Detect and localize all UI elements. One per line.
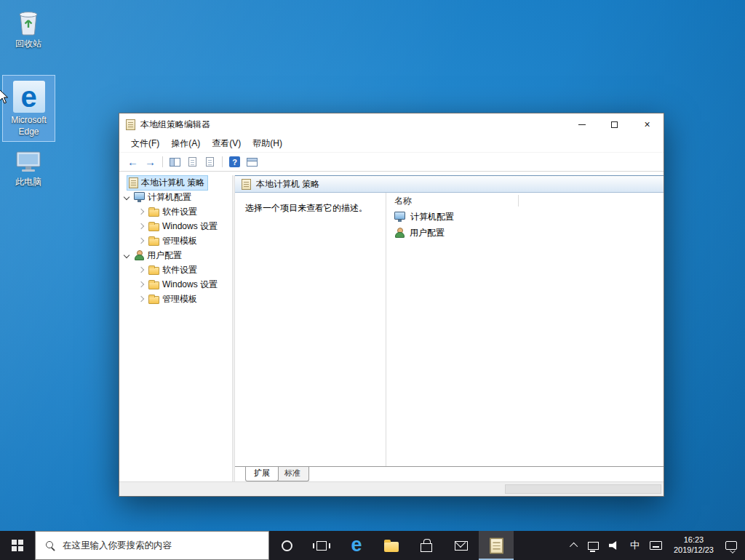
- view-button[interactable]: [244, 154, 260, 169]
- clock[interactable]: 16:23 2019/12/23: [667, 531, 720, 560]
- cortana-button[interactable]: [269, 531, 304, 560]
- close-button[interactable]: ×: [631, 113, 664, 135]
- volume-tray-button[interactable]: [604, 531, 625, 560]
- tree-item-local-computer-policy[interactable]: 本地计算机 策略: [119, 175, 232, 190]
- toolbar-separator: [222, 156, 223, 167]
- tab-standard[interactable]: 标准: [276, 467, 309, 481]
- tree-item-label: 管理模板: [162, 293, 197, 305]
- tree-item-user-windows-settings[interactable]: Windows 设置: [119, 277, 232, 292]
- volume-icon: [609, 541, 620, 551]
- computer-icon: [134, 192, 145, 200]
- chevron-expanded-icon[interactable]: [123, 193, 131, 201]
- tree-item-user-admin-templates[interactable]: 管理模板: [119, 292, 232, 306]
- menu-view[interactable]: 查看(V): [206, 135, 247, 152]
- store-button[interactable]: [409, 531, 444, 560]
- console-tree-icon: [170, 158, 180, 167]
- store-bag-icon: [421, 543, 432, 552]
- window-title: 本地组策略编辑器: [140, 119, 210, 131]
- tab-extended[interactable]: 扩展: [245, 467, 279, 481]
- properties-button[interactable]: [184, 154, 201, 169]
- help-icon: ?: [229, 156, 240, 167]
- tray-overflow-button[interactable]: [567, 531, 583, 560]
- folder-icon: [148, 209, 159, 217]
- gpedit-window: 本地组策略编辑器 × 文件(F) 操作(A) 查看(V) 帮助(H) ← → ?: [119, 113, 664, 497]
- chevron-collapsed-icon[interactable]: [138, 223, 146, 231]
- touch-keyboard-button[interactable]: [645, 531, 667, 560]
- scrollbar-thumb[interactable]: [505, 484, 661, 494]
- help-button[interactable]: ?: [226, 154, 243, 169]
- search-input[interactable]: [63, 540, 268, 551]
- minimize-icon: [578, 124, 586, 125]
- window-titlebar[interactable]: 本地组策略编辑器 ×: [119, 113, 664, 135]
- edge-letter: e: [20, 84, 36, 110]
- console-main-area: 本地计算机 策略 计算机配置 软件设置 Windows 设置: [119, 172, 664, 481]
- chevron-expanded-icon[interactable]: [123, 252, 131, 260]
- file-explorer-button[interactable]: [374, 531, 409, 560]
- gpedit-icon: [129, 177, 138, 188]
- chevron-collapsed-icon[interactable]: [138, 266, 146, 274]
- column-header-name[interactable]: 名称: [386, 193, 664, 209]
- tray-time: 16:23: [684, 535, 704, 545]
- edge-taskbar-button[interactable]: e: [339, 531, 374, 560]
- tree-item-label: 本地计算机 策略: [141, 177, 204, 189]
- back-button[interactable]: ←: [124, 154, 141, 169]
- chevron-collapsed-icon[interactable]: [138, 295, 146, 303]
- tree-item-computer-windows-settings[interactable]: Windows 设置: [119, 219, 232, 233]
- network-tray-button[interactable]: [583, 531, 604, 560]
- folder-icon: [384, 542, 399, 552]
- forward-icon: →: [145, 156, 156, 167]
- result-pane-body: 选择一个项目来查看它的描述。 名称 计算机配置 用户配置: [235, 193, 664, 466]
- desktop[interactable]: 回收站 e Microsoft Edge 此电脑 本地组策略编辑器 × 文件: [0, 0, 745, 531]
- tree-item-computer-config[interactable]: 计算机配置: [119, 190, 232, 204]
- column-header-label: 名称: [394, 195, 412, 207]
- maximize-icon: [611, 121, 618, 128]
- export-list-button[interactable]: [202, 154, 218, 169]
- folder-icon: [148, 296, 159, 304]
- task-view-button[interactable]: [304, 531, 339, 560]
- tree-item-computer-software-settings[interactable]: 软件设置: [119, 204, 232, 219]
- gpedit-taskbar-button[interactable]: [479, 531, 514, 560]
- show-console-tree-button[interactable]: [167, 154, 183, 169]
- recycle-bin-icon: [15, 7, 41, 36]
- menu-action[interactable]: 操作(A): [165, 135, 206, 152]
- mail-button[interactable]: [444, 531, 479, 560]
- list-item-computer-config[interactable]: 计算机配置: [386, 209, 664, 225]
- desktop-icon-edge[interactable]: e Microsoft Edge: [2, 75, 55, 142]
- chevron-collapsed-icon[interactable]: [138, 208, 146, 216]
- start-button[interactable]: [0, 531, 35, 560]
- mail-envelope-icon: [455, 541, 468, 551]
- tree-item-user-config[interactable]: 用户配置: [119, 248, 232, 263]
- chevron-collapsed-icon[interactable]: [138, 281, 146, 289]
- menu-help[interactable]: 帮助(H): [247, 135, 288, 152]
- menu-file[interactable]: 文件(F): [125, 135, 165, 152]
- ime-indicator[interactable]: 中: [625, 531, 645, 560]
- desktop-icon-label: Microsoft Edge: [3, 115, 55, 137]
- desktop-icon-this-pc[interactable]: 此电脑: [6, 150, 51, 188]
- tree-selection: 本地计算机 策略: [127, 175, 208, 191]
- result-list: 名称 计算机配置 用户配置: [386, 193, 664, 466]
- folder-icon: [148, 223, 159, 231]
- folder-icon: [148, 281, 159, 289]
- minimize-button[interactable]: [565, 113, 598, 135]
- list-item-label: 计算机配置: [410, 211, 454, 223]
- edge-icon: e: [13, 81, 45, 113]
- chevron-collapsed-icon[interactable]: [138, 237, 146, 245]
- action-center-button[interactable]: [720, 531, 742, 560]
- desktop-icon-recycle-bin[interactable]: 回收站: [6, 7, 51, 50]
- horizontal-scrollbar[interactable]: [119, 481, 664, 496]
- tree-item-label: 软件设置: [162, 264, 197, 276]
- tree-item-label: 计算机配置: [148, 191, 191, 204]
- gpedit-icon: [242, 179, 251, 190]
- view-tabs: 扩展 标准: [235, 466, 664, 481]
- table-view-icon: [247, 158, 258, 167]
- export-list-icon: [206, 157, 214, 167]
- list-item-user-config[interactable]: 用户配置: [386, 225, 664, 241]
- taskbar-search[interactable]: [35, 531, 269, 560]
- search-icon: [45, 540, 56, 551]
- forward-button[interactable]: →: [142, 154, 159, 169]
- maximize-button[interactable]: [598, 113, 631, 135]
- tree-item-computer-admin-templates[interactable]: 管理模板: [119, 233, 232, 248]
- desktop-icon-label: 此电脑: [15, 177, 41, 188]
- ime-label: 中: [630, 539, 640, 552]
- tree-item-user-software-settings[interactable]: 软件设置: [119, 263, 232, 277]
